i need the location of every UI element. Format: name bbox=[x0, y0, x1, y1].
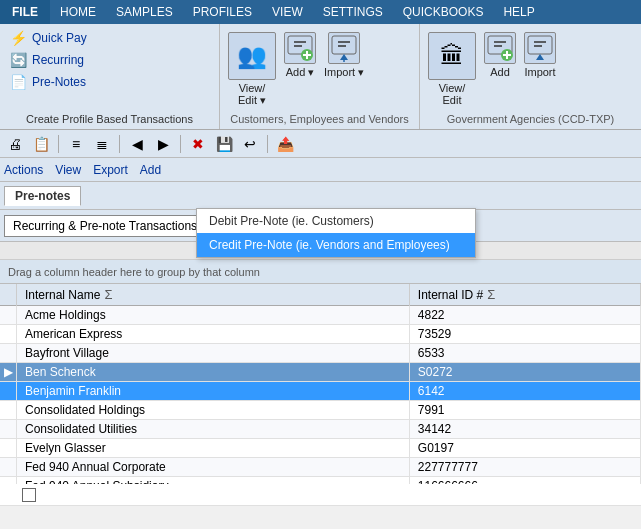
lightning-icon: ⚡ bbox=[10, 30, 26, 46]
cell-internal-id: 7991 bbox=[409, 401, 640, 420]
add-gov-button[interactable]: Add bbox=[484, 32, 516, 78]
quick-pay-action[interactable]: ⚡ Quick Pay bbox=[6, 28, 213, 48]
view-edit-button[interactable]: 👥 View/Edit ▾ bbox=[228, 32, 276, 107]
export-menu[interactable]: Export bbox=[93, 163, 128, 177]
import-label: Import ▾ bbox=[324, 66, 364, 79]
copy-button[interactable]: 📋 bbox=[30, 133, 52, 155]
cell-internal-name: Acme Holdings bbox=[17, 306, 410, 325]
toolbar-sep-3 bbox=[180, 135, 181, 153]
right-ribbon-buttons: 🏛 View/Edit Add bbox=[428, 28, 633, 106]
tab-pre-notes[interactable]: Pre-notes bbox=[4, 186, 81, 206]
recurring-action[interactable]: 🔄 Recurring bbox=[6, 50, 213, 70]
cell-internal-id: 6142 bbox=[409, 382, 640, 401]
internal-id-col[interactable]: Internal ID # Σ bbox=[409, 284, 640, 306]
cell-internal-name: Consolidated Utilities bbox=[17, 420, 410, 439]
quick-actions: ⚡ Quick Pay 🔄 Recurring 📄 Pre-Notes bbox=[6, 28, 213, 92]
recurring-label: Recurring bbox=[32, 53, 84, 67]
delete-button[interactable]: ✖ bbox=[187, 133, 209, 155]
table-row[interactable]: ▶Ben SchenckS0272 bbox=[0, 363, 641, 382]
print-button[interactable]: 🖨 bbox=[4, 133, 26, 155]
add-button[interactable]: Add ▾ bbox=[284, 32, 316, 79]
view-edit-gov-button[interactable]: 🏛 View/Edit bbox=[428, 32, 476, 106]
add-gov-label: Add bbox=[490, 66, 510, 78]
table-body: Acme Holdings4822American Express73529Ba… bbox=[0, 306, 641, 485]
cell-internal-id: 34142 bbox=[409, 420, 640, 439]
table-row[interactable]: Consolidated Utilities34142 bbox=[0, 420, 641, 439]
right-panel-label: Government Agencies (CCD-TXP) bbox=[428, 109, 633, 125]
view-edit-gov-label: View/Edit bbox=[439, 82, 466, 106]
menu-view[interactable]: VIEW bbox=[262, 0, 313, 24]
menu-file[interactable]: FILE bbox=[0, 0, 50, 24]
recurring-icon: 🔄 bbox=[10, 52, 26, 68]
export-toolbar-button[interactable]: 📤 bbox=[274, 133, 296, 155]
pre-notes-label: Pre-Notes bbox=[32, 75, 86, 89]
table-row[interactable]: Acme Holdings4822 bbox=[0, 306, 641, 325]
detail-view-button[interactable]: ≣ bbox=[91, 133, 113, 155]
import-gov-label: Import bbox=[524, 66, 555, 78]
row-indicator bbox=[0, 382, 17, 401]
table-header: Internal Name Σ Internal ID # Σ bbox=[0, 284, 641, 306]
cell-internal-id: 227777777 bbox=[409, 458, 640, 477]
menu-profiles[interactable]: PROFILES bbox=[183, 0, 262, 24]
cell-internal-id: 6533 bbox=[409, 344, 640, 363]
row-indicator bbox=[0, 458, 17, 477]
table-row[interactable]: American Express73529 bbox=[0, 325, 641, 344]
col-group-hint: Drag a column header here to group by th… bbox=[0, 260, 641, 284]
internal-name-col[interactable]: Internal Name Σ bbox=[17, 284, 410, 306]
prenotes-icon: 📄 bbox=[10, 74, 26, 90]
list-view-button[interactable]: ≡ bbox=[65, 133, 87, 155]
import-button[interactable]: Import ▾ bbox=[324, 32, 364, 79]
undo-button[interactable]: ↩ bbox=[239, 133, 261, 155]
pre-notes-action[interactable]: 📄 Pre-Notes bbox=[6, 72, 213, 92]
cell-internal-name: Bayfront Village bbox=[17, 344, 410, 363]
forward-button[interactable]: ▶ bbox=[152, 133, 174, 155]
row-indicator-col bbox=[0, 284, 17, 306]
cell-internal-name: Fed 940 Annual Subsidiary bbox=[17, 477, 410, 485]
table-row[interactable]: Benjamin Franklin6142 bbox=[0, 382, 641, 401]
cell-internal-id: 4822 bbox=[409, 306, 640, 325]
credit-pre-note-item[interactable]: Credit Pre-Note (ie. Vendors and Employe… bbox=[197, 233, 475, 257]
add-menu[interactable]: Add bbox=[140, 163, 161, 177]
row-indicator bbox=[0, 344, 17, 363]
import-gov-button[interactable]: Import bbox=[524, 32, 556, 78]
data-table: Internal Name Σ Internal ID # Σ Acme Hol… bbox=[0, 284, 641, 484]
menu-samples[interactable]: SAMPLES bbox=[106, 0, 183, 24]
transaction-type-select[interactable]: Recurring & Pre-note TransactionsRecurri… bbox=[4, 215, 219, 237]
sigma-icon-name: Σ bbox=[104, 287, 112, 302]
cell-internal-name: American Express bbox=[17, 325, 410, 344]
quick-pay-label: Quick Pay bbox=[32, 31, 87, 45]
table-row[interactable]: Evelyn GlasserG0197 bbox=[0, 439, 641, 458]
edit-cell-icon[interactable] bbox=[22, 488, 36, 502]
row-indicator bbox=[0, 401, 17, 420]
action-bar: Actions View Export Add bbox=[0, 158, 641, 182]
table-wrapper: Internal Name Σ Internal ID # Σ Acme Hol… bbox=[0, 284, 641, 484]
table-row[interactable]: Fed 940 Annual Corporate227777777 bbox=[0, 458, 641, 477]
row-indicator bbox=[0, 439, 17, 458]
menu-home[interactable]: HOME bbox=[50, 0, 106, 24]
table-row[interactable]: Bayfront Village6533 bbox=[0, 344, 641, 363]
debit-pre-note-item[interactable]: Debit Pre-Note (ie. Customers) bbox=[197, 209, 475, 233]
add-gov-icon bbox=[484, 32, 516, 64]
toolbar: 🖨 📋 ≡ ≣ ◀ ▶ ✖ 💾 ↩ 📤 bbox=[0, 130, 641, 158]
add-icon bbox=[284, 32, 316, 64]
actions-menu[interactable]: Actions bbox=[4, 163, 43, 177]
menu-help[interactable]: HELP bbox=[493, 0, 544, 24]
save-button[interactable]: 💾 bbox=[213, 133, 235, 155]
gov-icon: 🏛 bbox=[428, 32, 476, 80]
table-row[interactable]: Fed 940 Annual Subsidiary116666666 bbox=[0, 477, 641, 485]
ribbon-panel-left: ⚡ Quick Pay 🔄 Recurring 📄 Pre-Notes Crea… bbox=[0, 24, 220, 129]
menu-settings[interactable]: SETTINGS bbox=[313, 0, 393, 24]
cell-internal-name: Ben Schenck bbox=[17, 363, 410, 382]
import-gov-icon bbox=[524, 32, 556, 64]
view-menu[interactable]: View bbox=[55, 163, 81, 177]
mid-ribbon-buttons: 👥 View/Edit ▾ Add ▾ bbox=[228, 28, 411, 107]
cell-internal-name: Benjamin Franklin bbox=[17, 382, 410, 401]
menu-quickbooks[interactable]: QUICKBOOKS bbox=[393, 0, 494, 24]
back-button[interactable]: ◀ bbox=[126, 133, 148, 155]
table-row[interactable]: Consolidated Holdings7991 bbox=[0, 401, 641, 420]
dropdown-menu: Debit Pre-Note (ie. Customers) Credit Pr… bbox=[196, 208, 476, 258]
svg-rect-17 bbox=[528, 36, 552, 54]
view-edit-icon: 👥 bbox=[228, 32, 276, 80]
mid-panel-label: Customers, Employees and Vendors bbox=[228, 109, 411, 125]
row-indicator bbox=[0, 420, 17, 439]
